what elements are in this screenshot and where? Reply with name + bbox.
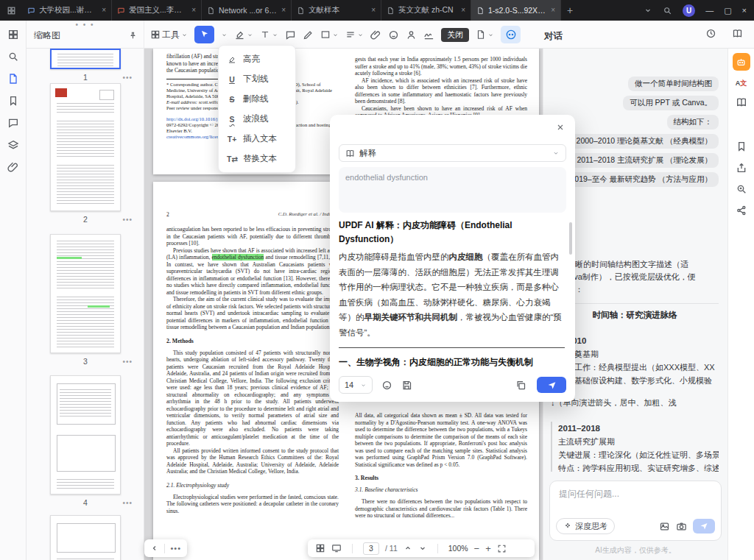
page-thumbnail-4[interactable] xyxy=(50,375,121,495)
comment-tool-icon[interactable] xyxy=(285,29,296,40)
pencil-tool-icon[interactable] xyxy=(303,29,314,40)
highlighted-term[interactable]: endothelial dysfunction xyxy=(212,254,264,260)
chevron-left-icon[interactable] xyxy=(150,544,159,553)
close-annotation-button[interactable]: 关闭 xyxy=(441,28,469,42)
deep-think-button[interactable]: 深度思考 xyxy=(556,518,615,534)
tab-close-icon[interactable]: × xyxy=(461,7,465,14)
thumbnail-view-icon[interactable] xyxy=(315,543,325,553)
tab-document-2[interactable]: 爱国主义...李立生 × xyxy=(112,0,202,21)
thumb-more-icon[interactable]: ••• xyxy=(122,74,133,82)
paper-paragraph: All patients provided written informed c… xyxy=(166,447,339,475)
doc-icon xyxy=(207,7,215,15)
previous-page-icon[interactable] xyxy=(404,544,412,553)
signature-person-icon[interactable] xyxy=(406,29,417,40)
page-thumbnail-1[interactable] xyxy=(50,49,121,69)
history-icon[interactable] xyxy=(705,28,716,39)
read-mode-icon[interactable] xyxy=(736,96,747,108)
home-grid-icon[interactable] xyxy=(7,29,19,40)
fit-width-icon[interactable] xyxy=(497,544,507,553)
chat-send-button[interactable] xyxy=(693,519,715,534)
thumb-more-icon[interactable]: ••• xyxy=(122,358,133,366)
translate-icon[interactable]: A文 xyxy=(736,80,747,87)
tab-document-4[interactable]: 文献样本 × xyxy=(292,0,381,21)
share-icon[interactable] xyxy=(736,205,747,216)
minimize-button[interactable]: — xyxy=(705,6,714,15)
chevron-down-icon[interactable] xyxy=(221,32,228,38)
search-icon[interactable] xyxy=(663,6,672,15)
tools-button[interactable]: 工具 xyxy=(150,29,188,41)
menu-item-insert-text[interactable]: T+ 插入文本 xyxy=(219,129,295,149)
insert-image-icon[interactable] xyxy=(659,521,670,532)
ai-assistant-toolbar-button[interactable] xyxy=(501,26,521,43)
zoom-in-icon[interactable]: + xyxy=(485,543,491,554)
window-titlebar: 大学校园...谢甸敏 × 爱国主义...李立生 × Network ...or … xyxy=(0,0,754,21)
send-button[interactable] xyxy=(537,377,566,393)
tab-document-1[interactable]: 大学校园...谢甸敏 × xyxy=(22,0,112,21)
layers-icon[interactable] xyxy=(7,139,19,151)
attachment-icon[interactable] xyxy=(7,161,19,173)
page-thumbnail-3[interactable] xyxy=(50,234,121,353)
maximize-button[interactable]: ▢ xyxy=(724,6,731,15)
page-thumbnail-2[interactable] xyxy=(50,83,121,211)
tab-list-chevron-icon[interactable] xyxy=(644,6,652,15)
screenshot-icon[interactable] xyxy=(676,521,687,532)
user-message: 结构如下： xyxy=(667,115,719,130)
export-icon[interactable] xyxy=(736,162,747,174)
line-tool-button[interactable] xyxy=(345,29,364,40)
chat-input-box[interactable]: 提问任何问题... 深度思考 xyxy=(549,481,722,541)
comment-icon[interactable] xyxy=(7,117,19,129)
tab-close-icon[interactable]: × xyxy=(551,7,555,14)
bookmark-icon[interactable] xyxy=(7,95,19,107)
more-options-icon[interactable]: ••• xyxy=(170,544,181,553)
menu-item-replace-text[interactable]: T⇄ 替换文本 xyxy=(219,149,295,169)
zoom-level-label[interactable]: 100% xyxy=(448,544,468,553)
tab-document-3[interactable]: Network ...or 6G(1) × xyxy=(202,0,292,21)
page-thumbnail-5[interactable] xyxy=(50,515,121,560)
close-icon[interactable] xyxy=(556,123,565,132)
attach-file-icon[interactable] xyxy=(370,29,381,40)
tab-close-icon[interactable]: × xyxy=(191,7,196,14)
user-avatar[interactable]: U xyxy=(683,4,695,17)
current-page-input[interactable]: 3 xyxy=(363,542,379,555)
thumb-more-icon[interactable]: ••• xyxy=(122,499,133,507)
save-icon[interactable] xyxy=(401,380,412,391)
search-icon[interactable] xyxy=(7,51,19,63)
new-tab-button[interactable]: + xyxy=(561,4,579,16)
menu-item-underline[interactable]: U 下划线 xyxy=(219,69,295,89)
stamp-icon[interactable] xyxy=(388,29,399,40)
tab-document-5[interactable]: 英文文献 zh-CN × xyxy=(381,0,471,21)
handwriting-sign-icon[interactable] xyxy=(423,29,434,40)
font-size-select[interactable]: 14 xyxy=(339,376,373,394)
shape-tool-button[interactable] xyxy=(320,29,339,40)
explain-query-box[interactable]: endothelial dysfunction xyxy=(339,167,566,213)
select-tool-button[interactable] xyxy=(194,26,214,43)
thumbnail-panel-icon[interactable] xyxy=(7,73,19,85)
scrollbar-thumb[interactable] xyxy=(569,222,572,255)
pin-icon[interactable] xyxy=(128,31,138,40)
page-tool-button[interactable] xyxy=(476,29,494,40)
tab-close-icon[interactable]: × xyxy=(281,7,286,14)
tab-close-icon[interactable]: × xyxy=(371,7,376,14)
copy-icon[interactable] xyxy=(515,380,526,391)
window-close-button[interactable]: × xyxy=(742,6,747,15)
app-menu-icon[interactable] xyxy=(0,6,22,15)
menu-item-highlight[interactable]: 高亮 xyxy=(219,49,295,69)
tab-close-icon[interactable]: × xyxy=(102,7,106,14)
panel-drag-handle-icon[interactable]: • • • xyxy=(27,21,144,29)
search-zoom-icon[interactable] xyxy=(736,183,747,195)
next-page-icon[interactable] xyxy=(418,544,427,553)
booklet-icon[interactable] xyxy=(736,141,747,152)
zoom-out-icon[interactable]: − xyxy=(474,543,480,554)
text-tool-button[interactable] xyxy=(260,29,278,40)
thumb-more-icon[interactable]: ••• xyxy=(122,216,133,224)
ai-assistant-icon[interactable] xyxy=(733,53,750,71)
menu-item-strikethrough[interactable]: S 删除线 xyxy=(219,89,295,109)
explain-mode-select[interactable]: 解释 xyxy=(339,144,566,162)
menu-item-squiggly[interactable]: S 波浪线 xyxy=(219,109,295,129)
reader-book-icon[interactable] xyxy=(732,28,743,39)
paper-paragraph: AF incidence, which is associated with a… xyxy=(355,77,527,105)
tab-document-active[interactable]: 1-s2.0-S...92X-main × xyxy=(471,0,561,21)
highlight-tool-button[interactable] xyxy=(234,29,253,40)
presentation-icon[interactable] xyxy=(331,543,342,553)
emoji-icon[interactable] xyxy=(381,380,392,391)
